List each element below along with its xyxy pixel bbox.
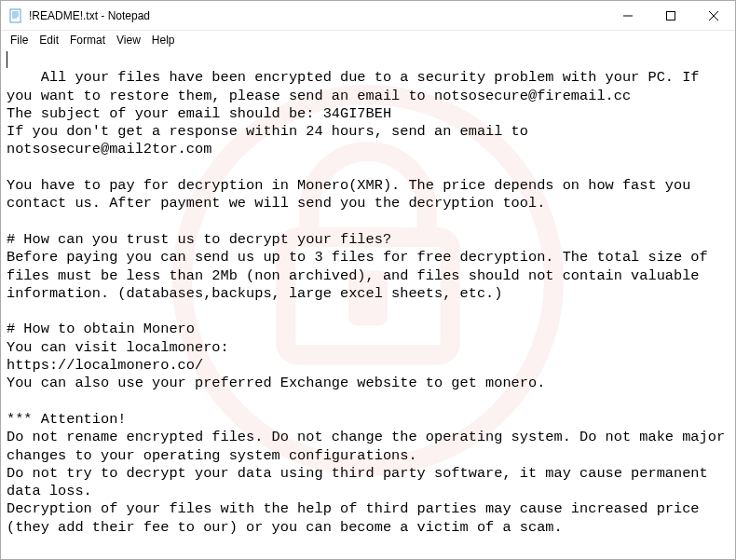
notepad-icon <box>8 8 23 23</box>
maximize-button[interactable] <box>649 1 692 30</box>
text-editor[interactable]: All your files have been encrypted due t… <box>1 49 735 559</box>
window-title: !README!.txt - Notepad <box>29 9 607 22</box>
menu-file[interactable]: File <box>5 33 34 48</box>
minimize-button[interactable] <box>607 1 649 30</box>
close-button[interactable] <box>692 1 735 30</box>
menu-help[interactable]: Help <box>146 33 181 48</box>
document-body: All your files have been encrypted due t… <box>7 69 733 535</box>
text-caret <box>7 51 7 68</box>
menu-edit[interactable]: Edit <box>34 33 64 48</box>
menu-format[interactable]: Format <box>64 33 111 48</box>
window-controls <box>607 1 735 30</box>
menu-view[interactable]: View <box>111 33 146 48</box>
menubar: File Edit Format View Help <box>1 31 735 49</box>
titlebar[interactable]: !README!.txt - Notepad <box>1 1 735 31</box>
notepad-window: !README!.txt - Notepad File Edit Format … <box>0 0 736 560</box>
svg-rect-6 <box>667 11 675 20</box>
